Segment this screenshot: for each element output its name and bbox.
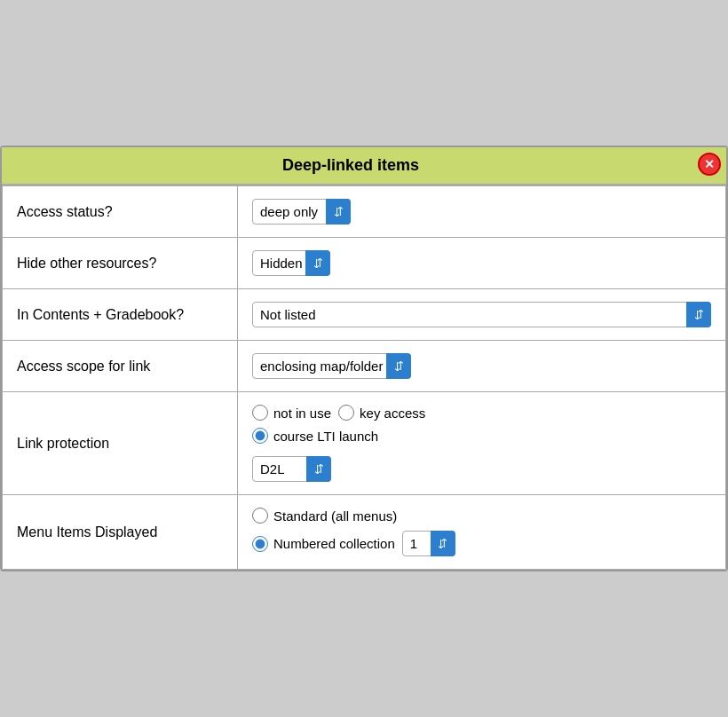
number-select-wrapper: 12345⇵ [402,531,455,556]
lti-select-row: D2LCanvasMoodle⇵ [252,456,711,482]
radio-label-numbered-collection: Numbered collection [273,536,395,551]
row-content-3: enclosing map/folderentire courseglobal⇵ [238,341,726,392]
radio-item-course-lti[interactable]: course LTI launch [252,428,378,444]
radio-item-numbered-collection[interactable]: Numbered collection [252,536,395,552]
radio-input-standard-(all-menus)[interactable] [252,508,268,524]
select-wrapper-hide-resources: HiddenVisible⇵ [252,250,330,276]
radio-label-standard-(all-menus): Standard (all menus) [273,508,397,524]
row-label-0: Access status? [3,186,238,238]
row-label-2: In Contents + Gradebook? [3,289,238,341]
row-label-3: Access scope for link [3,341,238,392]
radio-item-key-access[interactable]: key access [338,405,425,421]
row-content-0: deep onlyfull accessrestricted⇵ [238,186,726,238]
radio-row-top: not in usekey access [252,405,711,421]
dialog-title: Deep-linked items [282,156,419,174]
close-button[interactable]: ✕ [698,153,721,176]
dialog-container: Deep-linked items ✕ Access status?deep o… [0,146,728,571]
row-content-2: Not listedListed⇵ [238,289,726,341]
row-label-1: Hide other resources? [3,238,238,289]
select-hide-resources[interactable]: HiddenVisible [252,250,330,276]
row-content-1: HiddenVisible⇵ [238,238,726,289]
row-label-4: Link protection [3,392,238,495]
link-protection-group: not in usekey accesscourse LTI launchD2L… [252,405,711,482]
lti-platform-select[interactable]: D2LCanvasMoodle [252,456,331,482]
select-access-scope[interactable]: enclosing map/folderentire courseglobal [252,353,411,379]
radio-label-course-lti: course LTI launch [273,429,378,444]
menu-items-group: Standard (all menus)Numbered collection1… [252,508,711,556]
radio-label-key-access: key access [360,406,425,421]
lti-platform-wrapper: D2LCanvasMoodle⇵ [252,456,331,482]
radio-item-not-in-use[interactable]: not in use [252,405,331,421]
radio-input-key-access[interactable] [338,405,354,421]
close-icon: ✕ [704,158,715,170]
radio-item-standard-(all-menus)[interactable]: Standard (all menus) [252,508,397,524]
radio-row-numbered-collection: Numbered collection12345⇵ [252,531,711,556]
radio-input-course-lti[interactable] [252,428,268,444]
radio-row-lti: course LTI launch [252,428,711,444]
select-wrapper-access-status: deep onlyfull accessrestricted⇵ [252,199,351,225]
row-content-4: not in usekey accesscourse LTI launchD2L… [238,392,726,495]
row-content-5: Standard (all menus)Numbered collection1… [238,495,726,570]
number-select[interactable]: 12345 [402,531,455,556]
radio-input-not-in-use[interactable] [252,405,268,421]
radio-row-standard-(all-menus): Standard (all menus) [252,508,711,524]
row-label-5: Menu Items Displayed [3,495,238,570]
select-contents-gradebook[interactable]: Not listedListed [252,302,711,327]
select-wrapper-contents-gradebook: Not listedListed⇵ [252,302,711,327]
settings-table: Access status?deep onlyfull accessrestri… [2,185,726,570]
radio-input-numbered-collection[interactable] [252,536,268,552]
select-wrapper-access-scope: enclosing map/folderentire courseglobal⇵ [252,353,411,379]
select-access-status[interactable]: deep onlyfull accessrestricted [252,199,351,225]
dialog-header: Deep-linked items ✕ [2,147,726,185]
radio-label-not-in-use: not in use [273,406,331,421]
